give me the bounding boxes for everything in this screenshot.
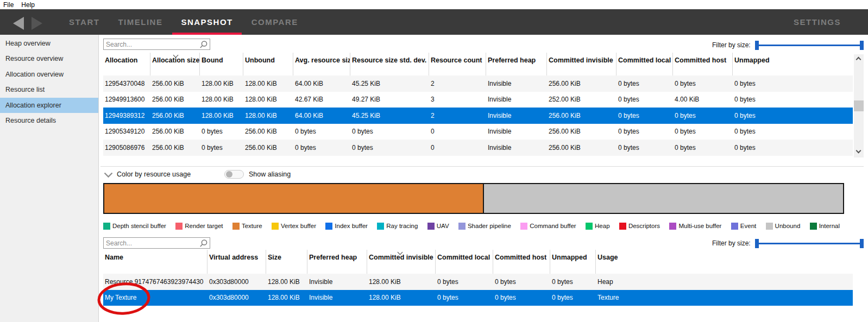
back-arrow-icon[interactable] bbox=[13, 17, 24, 30]
tab-settings[interactable]: SETTINGS bbox=[794, 9, 841, 35]
cell-preferred-heap: Invisible bbox=[486, 80, 547, 87]
sidebar-item[interactable]: Resource list bbox=[0, 82, 98, 97]
column-label: Virtual address bbox=[209, 254, 258, 261]
column-header-resource-count[interactable]: Resource count bbox=[429, 53, 486, 75]
resource-row[interactable]: My Texture 0x303d80000 128.00 KiB Invisi… bbox=[103, 290, 853, 306]
menu-file[interactable]: File bbox=[3, 1, 14, 9]
allocation-row[interactable]: 12949389312 256.00 KiB 128.00 KiB 128.00… bbox=[103, 108, 853, 124]
column-header-unmapped[interactable]: Unmapped bbox=[550, 250, 596, 274]
column-header-allocation[interactable]: Allocation bbox=[103, 53, 150, 75]
slider-handle-min[interactable] bbox=[755, 239, 759, 248]
allocation-row[interactable]: 12905349120 256.00 KiB 0 bytes 256.00 Ki… bbox=[103, 124, 853, 140]
column-header-avg-resource-size[interactable]: Avg. resource size bbox=[293, 53, 350, 75]
legend-swatch bbox=[669, 223, 676, 230]
column-header-name[interactable]: Name bbox=[103, 250, 207, 274]
cell-committed-local: 0 bytes bbox=[617, 128, 673, 135]
column-header-unmapped[interactable]: Unmapped bbox=[733, 53, 853, 75]
sidebar: Heap overview Resource overview Allocati… bbox=[0, 35, 99, 322]
column-header-usage[interactable]: Usage bbox=[596, 250, 853, 274]
cell-unmapped: 0 bytes bbox=[733, 128, 853, 135]
slider-track bbox=[756, 45, 863, 46]
filter-size-slider[interactable] bbox=[755, 239, 864, 248]
cell-avg-resource-size: 0 bytes bbox=[293, 128, 350, 135]
cell-allocation-size: 256.00 KiB bbox=[150, 96, 200, 103]
cell-size: 128.00 KiB bbox=[266, 278, 307, 286]
memory-bar-segment[interactable] bbox=[104, 184, 483, 213]
legend-item: Command buffer bbox=[520, 223, 576, 230]
nav-bar: START TIMELINE SNAPSHOT COMPARE SETTINGS bbox=[0, 9, 868, 35]
column-label: Committed host bbox=[675, 56, 726, 64]
column-header-preferred-heap[interactable]: Preferred heap bbox=[307, 250, 367, 274]
nav-tab[interactable]: COMPARE bbox=[251, 9, 298, 35]
scroll-down-icon[interactable] bbox=[854, 148, 864, 156]
cell-usage: Texture bbox=[596, 294, 853, 301]
sidebar-item[interactable]: Resource overview bbox=[0, 51, 98, 66]
legend-item: Render target bbox=[175, 223, 223, 230]
column-label: Committed invisible bbox=[369, 254, 433, 261]
column-header-unbound[interactable]: Unbound bbox=[243, 53, 293, 75]
legend-swatch bbox=[586, 223, 593, 230]
allocation-row[interactable]: 12905086976 256.00 KiB 0 bytes 256.00 Ki… bbox=[103, 140, 853, 156]
cell-allocation-size: 256.00 KiB bbox=[150, 112, 200, 119]
legend-label: Event bbox=[740, 223, 756, 229]
cell-allocation-size: 256.00 KiB bbox=[150, 128, 200, 135]
menu-help[interactable]: Help bbox=[21, 1, 35, 9]
legend-item: Event bbox=[731, 223, 756, 230]
cell-bound: 128.00 KiB bbox=[200, 96, 243, 103]
legend-label: Unbound bbox=[775, 223, 801, 229]
cell-committed-invisible: 128.00 KiB bbox=[367, 278, 436, 286]
allocation-table-scrollbar[interactable] bbox=[854, 54, 864, 157]
cell-unmapped: 0 bytes bbox=[550, 294, 596, 301]
column-header-size[interactable]: Size bbox=[266, 250, 307, 274]
slider-handle-min[interactable] bbox=[755, 41, 759, 50]
sidebar-item[interactable]: Resource details bbox=[0, 113, 98, 128]
slider-handle-max[interactable] bbox=[860, 239, 864, 248]
column-header-resource-size-std-dev[interactable]: Resource size std. dev. bbox=[350, 53, 429, 75]
show-aliasing-toggle[interactable] bbox=[224, 170, 244, 179]
forward-arrow-icon[interactable] bbox=[32, 17, 42, 30]
column-header-virtual-address[interactable]: Virtual address bbox=[207, 250, 266, 274]
allocation-row[interactable]: 12949913600 256.00 KiB 128.00 KiB 128.00… bbox=[103, 92, 853, 108]
legend-item: Internal bbox=[810, 223, 840, 230]
column-header-committed-invisible[interactable]: Committed invisible bbox=[547, 53, 617, 75]
column-label: Bound bbox=[202, 56, 223, 64]
cell-bound: 128.00 KiB bbox=[200, 80, 243, 87]
allocation-table-body: 12954370048 256.00 KiB 128.00 KiB 128.00… bbox=[103, 75, 853, 156]
collapse-chevron-icon[interactable] bbox=[104, 172, 113, 178]
column-header-committed-local[interactable]: Committed local bbox=[436, 250, 493, 274]
column-header-committed-host[interactable]: Committed host bbox=[493, 250, 550, 274]
cell-virtual-address: 0x303d80000 bbox=[207, 278, 266, 286]
column-header-preferred-heap[interactable]: Preferred heap bbox=[486, 53, 547, 75]
allocation-search-input[interactable] bbox=[104, 39, 197, 49]
column-header-committed-host[interactable]: Committed host bbox=[673, 53, 733, 75]
nav-tab[interactable]: SNAPSHOT bbox=[181, 9, 232, 35]
memory-bar-segment[interactable] bbox=[483, 184, 843, 213]
column-header-committed-invisible[interactable]: Committed invisible bbox=[367, 250, 436, 274]
legend-item: Depth stencil buffer bbox=[103, 223, 166, 230]
column-header-committed-local[interactable]: Committed local bbox=[617, 53, 673, 75]
cell-resource-size-std-dev: 45.25 KiB bbox=[350, 112, 429, 119]
allocation-row[interactable]: 12954370048 256.00 KiB 128.00 KiB 128.00… bbox=[103, 75, 853, 92]
nav-tab[interactable]: TIMELINE bbox=[118, 9, 162, 35]
sidebar-item[interactable]: Allocation explorer bbox=[0, 98, 98, 113]
cell-allocation-size: 256.00 KiB bbox=[150, 144, 200, 151]
resource-row[interactable]: Resource 9174767463923974430 0x303d80000… bbox=[103, 274, 853, 290]
column-header-allocation-size[interactable]: Allocation size bbox=[150, 53, 200, 75]
scrollbar-thumb[interactable] bbox=[854, 100, 864, 111]
sidebar-item[interactable]: Heap overview bbox=[0, 36, 98, 51]
nav-tab[interactable]: START bbox=[69, 9, 99, 35]
column-header-bound[interactable]: Bound bbox=[200, 53, 243, 75]
cell-unbound: 256.00 KiB bbox=[243, 128, 293, 135]
sidebar-item[interactable]: Allocation overview bbox=[0, 67, 98, 82]
cell-committed-invisible: 256.00 KiB bbox=[547, 144, 617, 151]
filter-size-slider[interactable] bbox=[755, 41, 864, 50]
cell-allocation: 12905086976 bbox=[103, 144, 150, 151]
scroll-up-icon[interactable] bbox=[854, 55, 864, 64]
legend-label: Descriptors bbox=[628, 223, 660, 229]
resource-search-input[interactable] bbox=[104, 238, 197, 248]
cell-virtual-address: 0x303d80000 bbox=[207, 294, 266, 301]
column-label: Committed local bbox=[618, 56, 671, 64]
legend-item: Texture bbox=[232, 223, 262, 230]
column-label: Preferred heap bbox=[309, 254, 357, 261]
slider-handle-max[interactable] bbox=[860, 41, 864, 50]
